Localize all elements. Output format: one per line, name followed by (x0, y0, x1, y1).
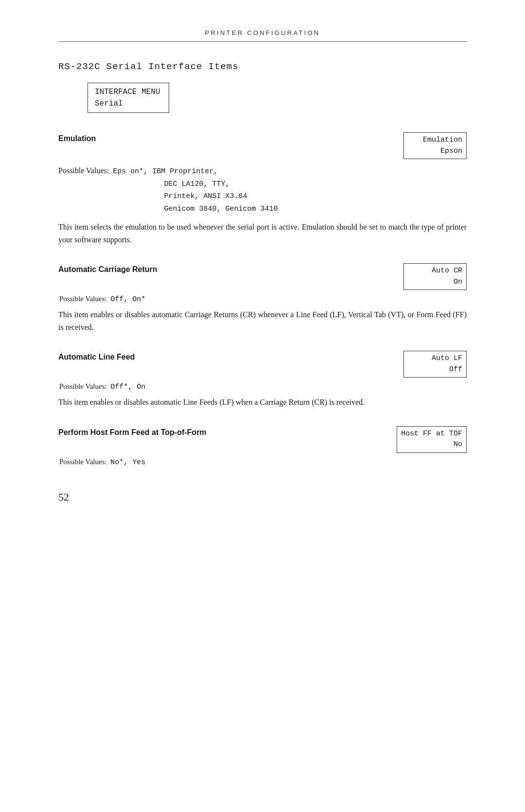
page-number: 52 (58, 491, 467, 504)
emulation-pv-line3: Printek, ANSI X3.64 (164, 192, 247, 200)
emulation-lcd-line2: Epson (408, 146, 462, 157)
auto-cr-lcd-line2: On (408, 277, 462, 288)
emulation-lcd-line1: Emulation (408, 135, 462, 146)
header-title: PRINTER CONFIGURATION (205, 29, 320, 36)
auto-lf-lcd: Auto LF Off (403, 351, 467, 378)
auto-cr-pv-text: Off, On* (110, 295, 145, 304)
host-ff-pv-text: No*, Yes (110, 458, 145, 467)
auto-lf-description: This item enables or disables automatic … (58, 396, 467, 409)
emulation-pv-line1: Eps on*, IBM Proprinter, (113, 167, 218, 176)
emulation-pv-line2: DEC LA120, TTY, (164, 180, 230, 188)
menu-box: INTERFACE MENU Serial (88, 83, 169, 113)
auto-cr-label: Automatic Carriage Return (58, 263, 158, 274)
auto-lf-possible-values: Possible Values: Off*, On (59, 382, 467, 391)
auto-cr-lcd: Auto CR On (403, 263, 467, 290)
host-ff-pv-label: Possible Values: (59, 458, 110, 466)
auto-cr-possible-values: Possible Values: Off, On* (59, 295, 467, 304)
menu-box-line1: INTERFACE MENU (95, 86, 160, 98)
auto-lf-pv-text: Off*, On (110, 383, 145, 391)
host-ff-possible-values: Possible Values: No*, Yes (59, 458, 467, 467)
host-ff-lcd-line1: Host FF at TOF (401, 429, 462, 440)
auto-lf-pv-label: Possible Values: (59, 382, 110, 390)
page-header: PRINTER CONFIGURATION (58, 29, 467, 36)
emulation-label: Emulation (58, 132, 96, 143)
menu-box-line2: Serial (95, 98, 160, 109)
auto-lf-label: Automatic Line Feed (58, 351, 135, 361)
item-emulation: Emulation Emulation Epson Possible Value… (58, 132, 467, 246)
auto-lf-lcd-line2: Off (408, 364, 462, 376)
emulation-pv-line4: Genicom 3840, Genicom 3410 (164, 205, 278, 213)
host-ff-label: Perform Host Form Feed at Top-of-Form (58, 426, 207, 437)
emulation-pv-label: Possible Values: (58, 166, 113, 175)
emulation-description: This item selects the emulation to be us… (58, 221, 467, 246)
host-ff-lcd-line2: No (401, 439, 462, 451)
auto-cr-lcd-line1: Auto CR (408, 266, 462, 277)
emulation-possible-values: Possible Values: Eps on*, IBM Proprinter… (58, 164, 467, 215)
section-title: RS-232C Serial Interface Items (58, 61, 467, 72)
emulation-lcd: Emulation Epson (403, 132, 467, 159)
item-auto-lf: Automatic Line Feed Auto LF Off Possible… (58, 351, 467, 409)
auto-lf-lcd-line1: Auto LF (408, 353, 462, 364)
auto-cr-description: This item enables or disables automatic … (58, 308, 467, 333)
header-rule (58, 41, 467, 42)
item-host-ff: Perform Host Form Feed at Top-of-Form Ho… (58, 426, 467, 467)
item-auto-cr: Automatic Carriage Return Auto CR On Pos… (58, 263, 467, 333)
host-ff-lcd: Host FF at TOF No (397, 426, 467, 453)
auto-cr-pv-label: Possible Values: (59, 295, 110, 303)
